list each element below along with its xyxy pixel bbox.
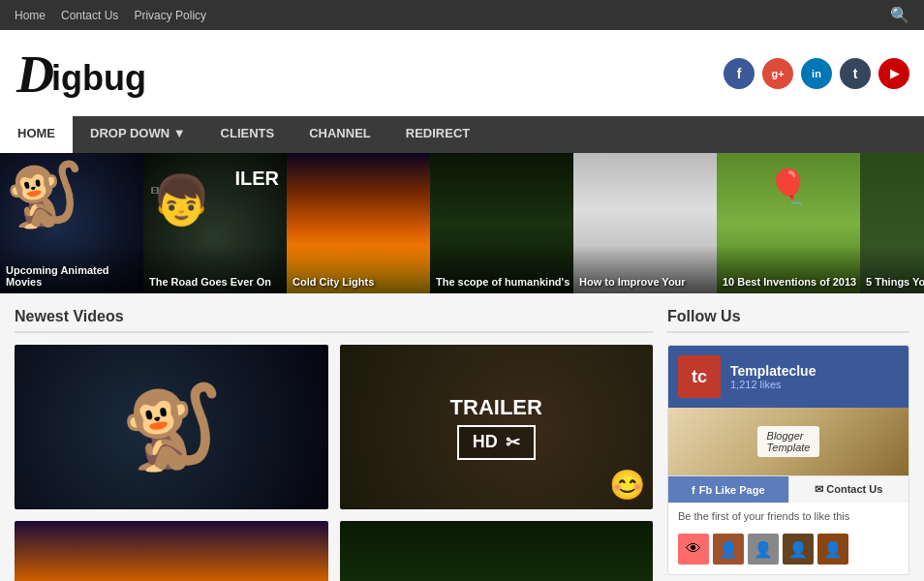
slide-1[interactable]: 🐒 Upcoming Animated Movies	[0, 153, 143, 293]
content-left: Newest Videos 🐒 TRAILER HD ✂ 😊	[15, 308, 667, 581]
avatar-2: 👤	[713, 534, 744, 565]
slide-6[interactable]: 🎈 10 Best Inventions of 2013	[717, 153, 860, 293]
slide-5[interactable]: How to Improve Your	[573, 153, 717, 293]
slide-4[interactable]: The scope of humankind's	[430, 153, 573, 293]
facebook-icon[interactable]: f	[724, 58, 755, 89]
nav-redirect[interactable]: REDIRECT	[388, 116, 487, 153]
trailer-hd-badge: HD ✂	[457, 425, 536, 460]
fb-avatars: 👁 👤 👤 👤 👤	[668, 530, 909, 574]
fb-page-name: Templateclue	[730, 363, 816, 379]
svg-text:igbug: igbug	[51, 58, 146, 98]
main-nav: HOME DROP DOWN ▼ CLIENTS CHANNEL REDIREC…	[0, 116, 924, 153]
video-thumb-4[interactable]	[340, 521, 654, 581]
main-content: Newest Videos 🐒 TRAILER HD ✂ 😊	[0, 293, 924, 581]
slide-1-label: Upcoming Animated Movies	[6, 264, 143, 288]
nav-home[interactable]: HOME	[0, 116, 73, 153]
slide-3-label: Cold City Lights	[293, 276, 374, 288]
contact-link[interactable]: Contact Us	[61, 9, 118, 22]
follow-us-box: tc Templateclue 1,212 likes BloggerTempl…	[667, 345, 909, 575]
privacy-link[interactable]: Privacy Policy	[134, 9, 206, 22]
search-icon[interactable]: 🔍	[890, 6, 909, 24]
animal-emoji: 🐒	[120, 379, 223, 475]
slide-2[interactable]: ILER 🎞 👦 The Road Goes Ever On	[143, 153, 287, 293]
top-bar: Home Contact Us Privacy Policy 🔍	[0, 0, 924, 30]
hd-text: HD	[473, 432, 498, 452]
video-row-2	[15, 521, 653, 581]
follow-us-title: Follow Us	[667, 308, 909, 333]
slide-3[interactable]: Cold City Lights	[287, 153, 430, 293]
header: D igbug f g+ in t ▶	[0, 30, 924, 116]
logo: D igbug	[15, 42, 169, 105]
fb-likes: 1,212 likes	[730, 379, 816, 390]
slide-2-label: The Road Goes Ever On	[149, 276, 271, 288]
nav-clients[interactable]: CLIENTS	[203, 116, 293, 153]
slide-7-label: 5 Things You D	[866, 276, 924, 288]
blogger-badge: BloggerTemplate	[757, 426, 820, 457]
fb-actions: f Fb Like Page ✉ Contact Us	[668, 475, 909, 503]
scissors-icon: ✂	[506, 432, 520, 453]
fb-like-label: Fb Like Page	[699, 484, 765, 496]
google-plus-icon[interactable]: g+	[762, 58, 793, 89]
fb-page-info: Templateclue 1,212 likes	[730, 363, 816, 390]
slide-6-label: 10 Best Inventions of 2013	[723, 276, 856, 288]
tumblr-icon[interactable]: t	[840, 58, 871, 89]
linkedin-icon[interactable]: in	[801, 58, 832, 89]
fb-contact-btn[interactable]: ✉ Contact Us	[788, 476, 909, 503]
home-link[interactable]: Home	[15, 9, 46, 22]
slideshow-strip: 🐒 Upcoming Animated Movies ILER 🎞 👦 The …	[0, 153, 924, 293]
slide-5-label: How to Improve Your	[579, 276, 686, 288]
fb-logo: tc	[678, 355, 721, 398]
fb-friends-text: Be the first of your friends to like thi…	[668, 503, 909, 530]
video-thumb-2[interactable]: TRAILER HD ✂ 😊	[340, 345, 654, 509]
nav-dropdown[interactable]: DROP DOWN ▼	[73, 116, 203, 153]
youtube-icon[interactable]: ▶	[878, 58, 909, 89]
logo-svg: D igbug	[15, 42, 169, 105]
avatar-1: 👁	[678, 534, 709, 565]
slide-4-label: The scope of humankind's	[436, 276, 570, 288]
video-thumb-1[interactable]: 🐒	[15, 345, 328, 509]
fb-icon: f	[692, 484, 695, 496]
svg-text:D: D	[15, 46, 54, 104]
fb-header: tc Templateclue 1,212 likes	[668, 346, 909, 408]
fb-like-btn[interactable]: f Fb Like Page	[668, 476, 788, 503]
video-thumb-3[interactable]	[15, 521, 328, 581]
social-icons: f g+ in t ▶	[724, 58, 909, 89]
contact-label: ✉ Contact Us	[815, 483, 882, 496]
avatar-3: 👤	[748, 534, 779, 565]
fb-cover: BloggerTemplate	[668, 408, 909, 475]
slide-7[interactable]: 5 Things You D	[860, 153, 924, 293]
play-indicator: 😊	[609, 468, 645, 502]
avatar-5: 👤	[817, 534, 848, 565]
video-grid: 🐒 TRAILER HD ✂ 😊	[15, 345, 653, 509]
avatar-4: 👤	[783, 534, 814, 565]
nav-channel[interactable]: CHANNEL	[292, 116, 388, 153]
top-bar-links: Home Contact Us Privacy Policy	[15, 9, 206, 22]
content-right: Follow Us tc Templateclue 1,212 likes Bl…	[667, 308, 909, 581]
newest-videos-title: Newest Videos	[15, 308, 653, 333]
trailer-title: TRAILER	[450, 395, 542, 420]
